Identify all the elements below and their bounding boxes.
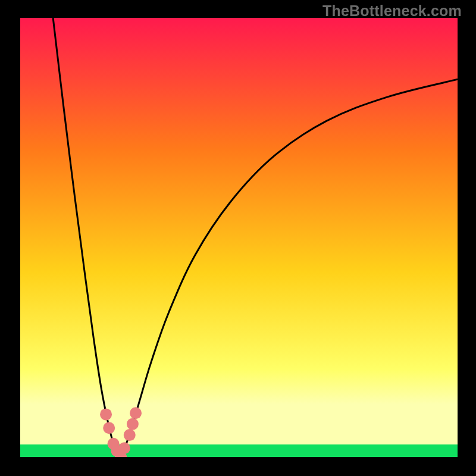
plot-svg: [20, 18, 458, 457]
data-marker: [130, 407, 142, 419]
data-marker: [124, 429, 136, 441]
watermark-text: TheBottleneck.com: [322, 2, 462, 20]
data-marker: [103, 422, 115, 434]
gradient-background: [20, 18, 458, 457]
data-marker: [100, 408, 112, 420]
data-marker: [118, 442, 130, 454]
plot-area: [20, 18, 458, 457]
data-marker: [127, 418, 139, 430]
chart-frame: TheBottleneck.com: [0, 0, 476, 476]
